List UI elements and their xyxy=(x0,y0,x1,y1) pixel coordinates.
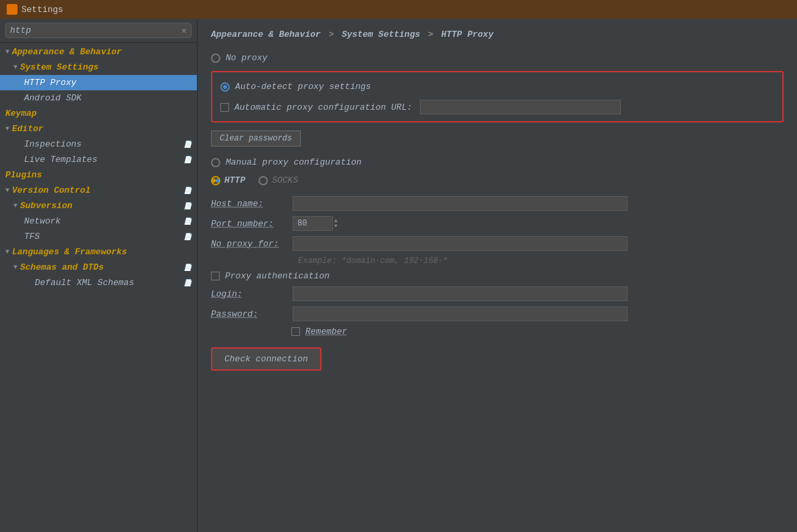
sidebar: ✕ ▼ Appearance & Behavior ▼ System Setti… xyxy=(0,19,198,532)
sidebar-item-live-templates[interactable]: Live Templates 📄 xyxy=(0,152,197,167)
example-text: Example: *domain·com, 192·168·* xyxy=(298,256,784,266)
auto-proxy-url-label: Automatic proxy configuration URL: xyxy=(234,102,412,112)
clear-passwords-section: Clear passwords xyxy=(211,130,784,147)
sidebar-item-label: Plugins xyxy=(5,170,42,180)
login-input[interactable] xyxy=(293,286,628,301)
sidebar-item-label: System Settings xyxy=(20,62,98,72)
http-label: HTTP xyxy=(224,175,245,185)
auto-proxy-url-checkbox[interactable] xyxy=(220,103,229,112)
host-name-row: Host name: xyxy=(211,196,784,211)
sidebar-item-plugins[interactable]: Plugins xyxy=(0,167,197,183)
arrow-icon: ▼ xyxy=(5,125,9,132)
breadcrumb-sep-1: > xyxy=(329,29,340,39)
socks-radio[interactable] xyxy=(259,176,268,185)
port-down-button[interactable]: ▼ xyxy=(334,224,338,229)
sidebar-item-label: Network xyxy=(24,216,61,226)
no-proxy-for-input[interactable] xyxy=(293,236,628,251)
http-radio[interactable] xyxy=(211,176,220,185)
sidebar-item-android-sdk[interactable]: Android SDK xyxy=(0,90,197,106)
no-proxy-row: No proxy xyxy=(211,50,784,66)
sidebar-item-label: HTTP Proxy xyxy=(24,78,76,88)
sidebar-item-schemas-dtds[interactable]: ▼ Schemas and DTDs 📄 xyxy=(0,260,197,275)
port-number-input[interactable] xyxy=(293,216,333,231)
page-icon: 📄 xyxy=(184,141,192,149)
main-layout: ✕ ▼ Appearance & Behavior ▼ System Setti… xyxy=(0,19,797,532)
sidebar-item-version-control[interactable]: ▼ Version Control 📄 xyxy=(0,183,197,198)
page-icon: 📄 xyxy=(184,187,192,195)
socks-protocol-option[interactable]: SOCKS xyxy=(259,175,298,185)
host-name-label: Host name: xyxy=(211,199,285,209)
auto-detect-row: Auto-detect proxy settings xyxy=(220,79,774,94)
manual-proxy-label: Manual proxy configuration xyxy=(226,157,362,167)
page-icon: 📄 xyxy=(184,202,192,210)
auto-proxy-url-input[interactable] xyxy=(420,100,621,114)
sidebar-item-default-xml[interactable]: Default XML Schemas 📄 xyxy=(0,275,197,290)
sidebar-item-tfs[interactable]: TFS 📄 xyxy=(0,229,197,244)
breadcrumb-part-2: System Settings xyxy=(342,29,420,39)
login-label: Login: xyxy=(211,289,285,299)
page-icon: 📄 xyxy=(184,233,192,241)
arrow-icon: ▼ xyxy=(13,202,17,209)
sidebar-item-label: Version Control xyxy=(12,185,90,195)
sidebar-item-label: Languages & Frameworks xyxy=(12,247,127,257)
app-icon xyxy=(7,4,17,15)
titlebar: Settings xyxy=(0,0,797,19)
manual-proxy-radio[interactable] xyxy=(211,158,220,167)
breadcrumb-part-1: Appearance & Behavior xyxy=(211,29,321,39)
sidebar-item-keymap[interactable]: Keymap xyxy=(0,106,197,121)
sidebar-item-inspections[interactable]: Inspections 📄 xyxy=(0,137,197,152)
no-proxy-for-row: No proxy for: xyxy=(211,236,784,251)
page-icon: 📄 xyxy=(184,264,192,272)
port-number-row: Port number: ▲ ▼ xyxy=(211,216,784,231)
port-spinner: ▲ ▼ xyxy=(334,218,338,229)
sidebar-item-network[interactable]: Network 📄 xyxy=(0,213,197,229)
window-title: Settings xyxy=(21,5,63,15)
sidebar-item-label: Default XML Schemas xyxy=(35,278,134,288)
auto-detect-box: Auto-detect proxy settings Automatic pro… xyxy=(211,71,784,122)
sidebar-item-http-proxy[interactable]: HTTP Proxy xyxy=(0,75,197,90)
port-number-label: Port number: xyxy=(211,219,285,229)
sidebar-item-subversion[interactable]: ▼ Subversion 📄 xyxy=(0,198,197,213)
sidebar-item-system-settings[interactable]: ▼ System Settings xyxy=(0,60,197,75)
password-label: Password: xyxy=(211,309,285,319)
svg-point-1 xyxy=(11,8,13,11)
tree-nav: ▼ Appearance & Behavior ▼ System Setting… xyxy=(0,43,197,292)
remember-checkbox[interactable] xyxy=(291,327,300,336)
content-panel: Appearance & Behavior > System Settings … xyxy=(198,19,797,532)
sidebar-item-editor[interactable]: ▼ Editor xyxy=(0,121,197,137)
auto-detect-label: Auto-detect proxy settings xyxy=(235,82,371,92)
http-protocol-option[interactable]: HTTP xyxy=(211,175,245,185)
search-clear-icon[interactable]: ✕ xyxy=(182,26,187,35)
sidebar-item-languages-frameworks[interactable]: ▼ Languages & Frameworks xyxy=(0,244,197,260)
proxy-auth-row: Proxy authentication xyxy=(211,271,784,281)
sidebar-item-label: Android SDK xyxy=(24,93,82,103)
arrow-icon: ▼ xyxy=(5,48,9,56)
auto-detect-radio[interactable] xyxy=(220,82,230,92)
check-connection-section: Check connection xyxy=(211,347,784,371)
check-connection-button[interactable]: Check connection xyxy=(211,347,321,371)
manual-proxy-row: Manual proxy configuration xyxy=(211,155,784,170)
password-row: Password: xyxy=(211,306,784,321)
proxy-auth-label: Proxy authentication xyxy=(225,271,330,281)
sidebar-item-label: Live Templates xyxy=(24,155,97,165)
search-input[interactable] xyxy=(10,25,182,35)
no-proxy-radio[interactable] xyxy=(211,54,220,63)
host-name-input[interactable] xyxy=(293,196,628,211)
sidebar-item-appearance-behavior[interactable]: ▼ Appearance & Behavior xyxy=(0,44,197,60)
arrow-icon: ▼ xyxy=(13,64,17,71)
sidebar-item-label: Schemas and DTDs xyxy=(20,262,104,272)
page-icon: 📄 xyxy=(184,156,192,164)
search-wrapper: ✕ xyxy=(5,23,192,38)
socks-label: SOCKS xyxy=(272,175,298,185)
remember-row: Remember xyxy=(211,327,784,337)
arrow-icon: ▼ xyxy=(5,248,9,256)
no-proxy-label: No proxy xyxy=(226,53,267,63)
sidebar-item-label: Subversion xyxy=(20,201,72,211)
breadcrumb-sep-2: > xyxy=(428,29,439,39)
clear-passwords-button[interactable]: Clear passwords xyxy=(211,130,301,147)
password-input[interactable] xyxy=(293,306,628,321)
no-proxy-for-label: No proxy for: xyxy=(211,239,285,249)
proxy-auth-checkbox[interactable] xyxy=(211,272,220,280)
sidebar-item-label: Keymap xyxy=(5,108,37,118)
arrow-icon: ▼ xyxy=(13,264,17,271)
